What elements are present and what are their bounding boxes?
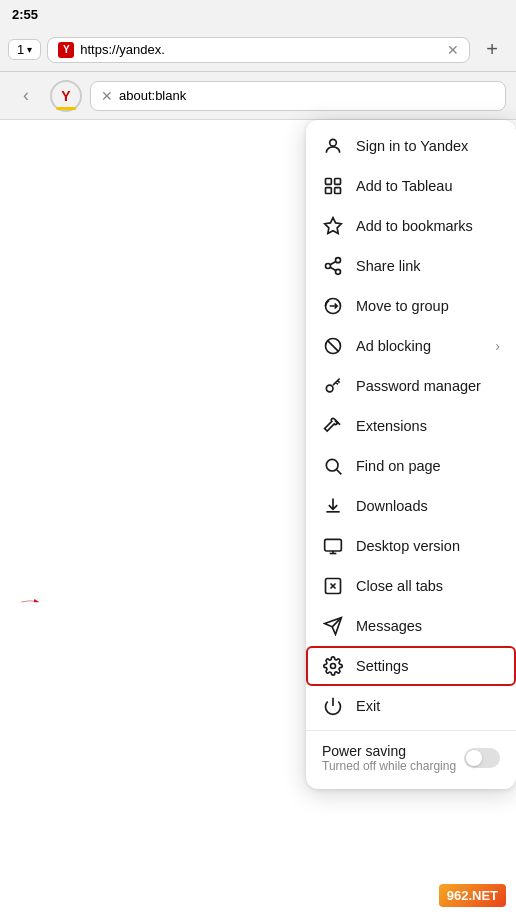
chevron-down-icon: ▾ (27, 44, 32, 55)
svg-marker-6 (325, 218, 342, 234)
chevron-right-icon: › (495, 338, 500, 354)
extensions-icon (322, 415, 344, 437)
svg-rect-2 (326, 179, 332, 185)
svg-rect-3 (335, 179, 341, 185)
menu-item-messages[interactable]: Messages (306, 606, 516, 646)
menu-item-add-tableau[interactable]: Add to Tableau (306, 166, 516, 206)
menu-item-add-bookmarks[interactable]: Add to bookmarks (306, 206, 516, 246)
menu-item-share-link[interactable]: Share link (306, 246, 516, 286)
dropdown-menu: Sign in to Yandex Add to Tableau Add (306, 120, 516, 789)
menu-item-extensions[interactable]: Extensions (306, 406, 516, 446)
power-saving-label: Power saving (322, 743, 456, 759)
svg-point-15 (326, 385, 333, 392)
svg-point-25 (331, 664, 336, 669)
svg-point-7 (336, 258, 341, 263)
svg-line-11 (330, 261, 336, 264)
person-icon (322, 135, 344, 157)
menu-item-close-all-tabs[interactable]: Close all tabs (306, 566, 516, 606)
close-box-icon (322, 575, 344, 597)
menu-item-downloads[interactable]: Downloads (306, 486, 516, 526)
clear-address-icon[interactable]: ✕ (101, 88, 113, 104)
arrow-annotation (20, 592, 40, 616)
tab-item[interactable]: Y https://yandex. ✕ (47, 37, 470, 63)
svg-point-16 (326, 459, 338, 471)
block-icon (322, 335, 344, 357)
tab-favicon: Y (58, 42, 74, 58)
menu-label: Messages (356, 618, 422, 634)
main-content: Sign in to Yandex Add to Tableau Add (0, 120, 516, 917)
grid-icon (322, 175, 344, 197)
svg-point-1 (330, 139, 337, 146)
menu-label: Add to Tableau (356, 178, 452, 194)
tab-bar: 1 ▾ Y https://yandex. ✕ + (0, 28, 516, 72)
menu-label: Share link (356, 258, 420, 274)
svg-line-10 (330, 267, 336, 270)
menu-label: Ad blocking (356, 338, 431, 354)
menu-label: Settings (356, 658, 408, 674)
download-icon (322, 495, 344, 517)
tab-count: 1 (17, 42, 24, 57)
menu-label: Desktop version (356, 538, 460, 554)
back-button[interactable]: ‹ (10, 80, 42, 112)
power-icon (322, 695, 344, 717)
messages-icon (322, 615, 344, 637)
add-tab-button[interactable]: + (476, 34, 508, 66)
menu-label: Extensions (356, 418, 427, 434)
svg-point-9 (336, 269, 341, 274)
share-icon (322, 255, 344, 277)
watermark: 962.NET (439, 884, 506, 907)
menu-item-find-on-page[interactable]: Find on page (306, 446, 516, 486)
address-text: about:blank (119, 88, 186, 103)
power-saving-sublabel: Turned off while charging (322, 759, 456, 773)
menu-item-move-group[interactable]: Move to group (306, 286, 516, 326)
power-saving-section: Power saving Turned off while charging (306, 735, 516, 783)
menu-label: Find on page (356, 458, 441, 474)
menu-item-ad-blocking[interactable]: Ad blocking › (306, 326, 516, 366)
menu-label: Password manager (356, 378, 481, 394)
svg-line-17 (337, 470, 342, 475)
power-saving-toggle[interactable] (464, 748, 500, 768)
svg-rect-5 (335, 188, 341, 194)
svg-rect-18 (325, 539, 342, 551)
tab-title: https://yandex. (80, 42, 165, 57)
menu-label: Move to group (356, 298, 449, 314)
menu-item-settings[interactable]: Settings (306, 646, 516, 686)
desktop-icon (322, 535, 344, 557)
menu-label: Exit (356, 698, 380, 714)
menu-divider (306, 730, 516, 731)
menu-item-password-manager[interactable]: Password manager (306, 366, 516, 406)
status-bar: 2:55 (0, 0, 516, 28)
menu-item-desktop-version[interactable]: Desktop version (306, 526, 516, 566)
tab-close-icon[interactable]: ✕ (447, 42, 459, 58)
svg-point-8 (326, 264, 331, 269)
move-icon (322, 295, 344, 317)
yandex-logo[interactable]: Y (50, 80, 82, 112)
menu-label: Sign in to Yandex (356, 138, 468, 154)
menu-label: Downloads (356, 498, 428, 514)
svg-line-14 (328, 341, 339, 352)
key-icon (322, 375, 344, 397)
menu-item-sign-in[interactable]: Sign in to Yandex (306, 126, 516, 166)
address-input[interactable]: ✕ about:blank (90, 81, 506, 111)
address-bar: ‹ Y ✕ about:blank (0, 72, 516, 120)
star-icon (322, 215, 344, 237)
menu-item-exit[interactable]: Exit (306, 686, 516, 726)
settings-icon (322, 655, 344, 677)
svg-rect-4 (326, 188, 332, 194)
search-icon (322, 455, 344, 477)
tab-counter[interactable]: 1 ▾ (8, 39, 41, 60)
menu-label: Close all tabs (356, 578, 443, 594)
menu-label: Add to bookmarks (356, 218, 473, 234)
time: 2:55 (12, 7, 38, 22)
